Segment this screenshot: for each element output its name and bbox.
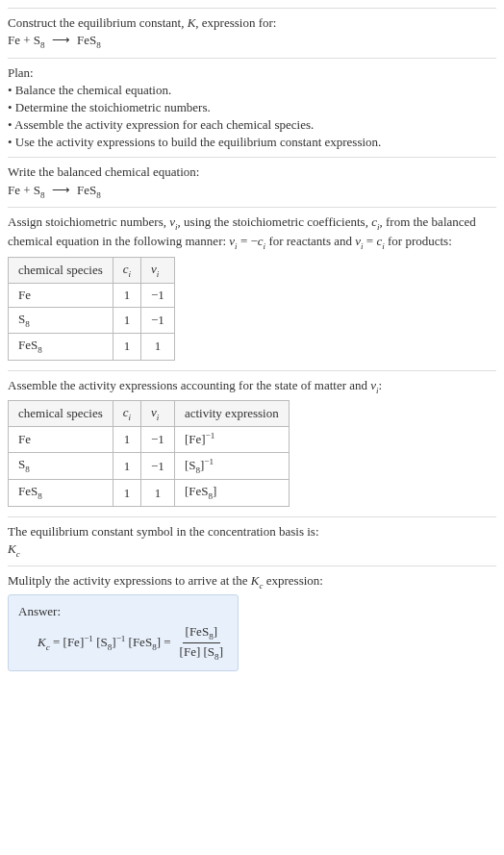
txt: [Fe] [S [180, 644, 214, 659]
col-species: chemical species [9, 257, 113, 283]
col-ci: ci [113, 257, 140, 283]
cell-nui: −1 [141, 308, 175, 334]
plan-item: Balance the chemical equation. [8, 82, 496, 99]
cell-activity: [FeS8] [174, 480, 289, 506]
balanced-section: Write the balanced chemical equation: Fe… [8, 157, 496, 207]
txt: Mulitply the activity expressions to arr… [8, 573, 251, 588]
s8-sub: 8 [40, 40, 45, 50]
col-activity: activity expression [174, 401, 289, 427]
intro-equation: Fe + S8 ⟶ FeS8 [8, 32, 496, 51]
answer-label: Answer: [18, 603, 228, 620]
intro-text-b: , expression for: [195, 15, 276, 30]
plan-title: Plan: [8, 64, 496, 82]
multiply-text: Mulitply the activity expressions to arr… [8, 572, 496, 591]
c-sub: c [16, 549, 20, 559]
sub: 8 [38, 345, 42, 355]
col-nui: νi [141, 257, 175, 283]
cell-nui: −1 [141, 452, 175, 480]
cell-species: FeS8 [9, 480, 113, 506]
txt: : [379, 378, 383, 392]
txt: for products: [385, 234, 452, 248]
sub: 8 [25, 465, 30, 474]
intro-section: Construct the equilibrium constant, K, e… [8, 8, 496, 58]
activity-section: Assemble the activity expressions accoun… [8, 370, 496, 516]
sup: −1 [84, 634, 93, 643]
s8-sub: 8 [40, 189, 45, 199]
i-sub: i [157, 268, 160, 278]
plan-item: Assemble the activity expression for eac… [8, 116, 496, 134]
sub: 8 [38, 491, 42, 501]
balanced-title: Write the balanced chemical equation: [8, 163, 496, 181]
fraction: [FeS8] [Fe] [S8] [177, 623, 226, 664]
txt: , using the stoichiometric coefficients, [178, 214, 372, 229]
k-sym: K [38, 635, 46, 649]
kc-symbol: Kc [8, 541, 496, 560]
cell-species: S8 [9, 452, 113, 480]
cell-ci: 1 [113, 334, 140, 360]
bal-rhs: FeS [77, 183, 96, 197]
cell-nui: 1 [141, 334, 175, 360]
cell-species: FeS8 [9, 334, 113, 360]
table-row: S8 1 −1 [9, 308, 175, 334]
cell-ci: 1 [113, 283, 140, 307]
answer-box: Answer: Kc = [Fe]−1 [S8]−1 [FeS8] = [FeS… [8, 594, 239, 672]
stoich-text: Assign stoichiometric numbers, νi, using… [8, 214, 496, 253]
txt: FeS [18, 338, 38, 352]
plan-item: Use the activity expressions to build th… [8, 134, 496, 151]
cell-ci: 1 [113, 452, 140, 480]
multiply-section: Mulitply the activity expressions to arr… [8, 566, 496, 677]
txt: expression: [263, 573, 322, 588]
txt: [S [96, 635, 108, 649]
kc-lhs: Kc = [Fe]−1 [S8]−1 [FeS8] = [38, 633, 171, 654]
cell-species: S8 [9, 308, 113, 334]
table-row: FeS8 1 1 [FeS8] [9, 480, 290, 506]
txt: Assign stoichiometric numbers, [8, 214, 169, 229]
col-species: chemical species [9, 401, 113, 427]
basis-section: The equilibrium constant symbol in the c… [8, 516, 496, 566]
denominator: [Fe] [S8] [177, 643, 226, 663]
fes8-sub: 8 [96, 189, 101, 199]
basis-text: The equilibrium constant symbol in the c… [8, 523, 496, 541]
table-header-row: chemical species ci νi [9, 257, 175, 283]
cell-ci: 1 [113, 308, 140, 334]
stoich-table: chemical species ci νi Fe 1 −1 S8 1 −1 F… [8, 257, 175, 361]
txt: ] [219, 644, 223, 659]
txt: [FeS [185, 484, 209, 498]
cell-nui: 1 [141, 480, 175, 506]
sup: −1 [116, 634, 126, 643]
numerator: [FeS8] [183, 623, 220, 643]
cell-nui: −1 [141, 283, 175, 307]
txt: [FeS [129, 635, 153, 649]
txt: for reactants and [265, 234, 355, 248]
cell-species: Fe [9, 427, 113, 453]
activity-text: Assemble the activity expressions accoun… [8, 377, 496, 396]
intro-line: Construct the equilibrium constant, K, e… [8, 14, 496, 32]
table-row: Fe 1 −1 [9, 283, 175, 307]
plan-list: Balance the chemical equation. Determine… [8, 82, 496, 152]
answer-expression: Kc = [Fe]−1 [S8]−1 [FeS8] = [FeS8] [Fe] … [38, 623, 228, 664]
cell-ci: 1 [113, 427, 140, 453]
cell-activity: [S8]−1 [174, 452, 289, 480]
i-sub: i [157, 413, 160, 422]
sup: −1 [206, 431, 215, 440]
txt: = − [238, 234, 258, 248]
arrow-icon: ⟶ [52, 182, 70, 199]
intro-text: Construct the equilibrium constant, [8, 15, 188, 30]
arrow-icon: ⟶ [52, 32, 70, 49]
col-nui: νi [141, 401, 175, 427]
txt: ] [214, 624, 217, 639]
txt: [Fe] [63, 635, 85, 649]
txt: = [50, 635, 63, 649]
txt: Assemble the activity expressions accoun… [8, 378, 370, 392]
txt: ] [213, 484, 216, 498]
eq-rhs: FeS [77, 33, 96, 47]
sub: 8 [25, 319, 30, 329]
plan-item: Determine the stoichiometric numbers. [8, 99, 496, 116]
table-row: FeS8 1 1 [9, 334, 175, 360]
table-header-row: chemical species ci νi activity expressi… [9, 401, 290, 427]
txt: [S [185, 458, 196, 472]
stoich-section: Assign stoichiometric numbers, νi, using… [8, 207, 496, 370]
eq-lhs: Fe + S [8, 33, 40, 47]
table-row: Fe 1 −1 [Fe]−1 [9, 427, 290, 453]
cell-ci: 1 [113, 480, 140, 506]
